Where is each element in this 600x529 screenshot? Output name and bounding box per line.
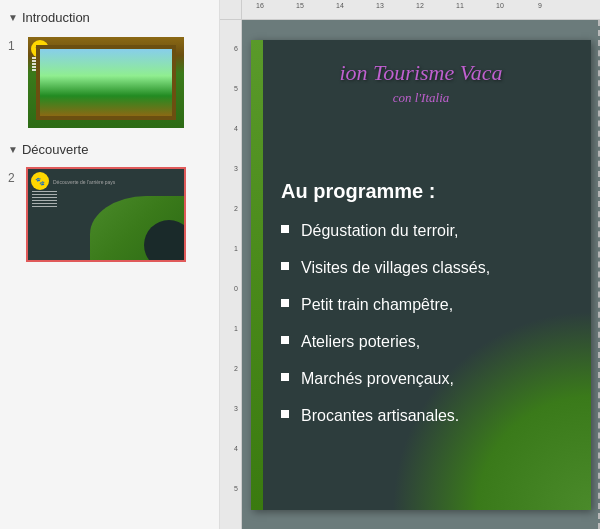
slide-item-2[interactable]: 2 🐾 Découverte de l'arrière pays xyxy=(4,165,215,264)
slide-navigator[interactable]: ▼ Introduction 1 🐾 ▼ Découverte 2 xyxy=(0,0,220,529)
ruler-v-1: 1 xyxy=(234,245,238,252)
section-introduction[interactable]: ▼ Introduction xyxy=(4,8,215,27)
slide-green-bar xyxy=(251,40,263,510)
list-item-5: Marchés provençaux, xyxy=(281,369,571,388)
ruler-corner xyxy=(220,0,242,20)
ruler-h-label-10: 10 xyxy=(496,2,504,9)
ruler-v-3: 3 xyxy=(234,165,238,172)
ruler-h-label-12: 12 xyxy=(416,2,424,9)
slide-number-2: 2 xyxy=(8,171,20,185)
slide-title-line1: ion Tourisme Vaca xyxy=(271,60,571,86)
slide2-text xyxy=(32,191,57,207)
slide-title-area: ion Tourisme Vaca con l'Italia xyxy=(271,60,571,106)
ruler-v-4: 4 xyxy=(234,125,238,132)
bullet-5 xyxy=(281,373,289,381)
ruler-h-label-14: 14 xyxy=(336,2,344,9)
slide-thumbnail-1[interactable]: 🐾 xyxy=(26,35,186,130)
section-decouverte-label: Découverte xyxy=(22,142,88,157)
list-item-3-text: Petit train champêtre, xyxy=(301,295,453,314)
ruler-v-5: 5 xyxy=(234,85,238,92)
programme-list: Dégustation du terroir, Visites de villa… xyxy=(281,221,571,426)
slide-page: ion Tourisme Vaca con l'Italia Au progra… xyxy=(251,40,591,510)
ruler-v-2: 2 xyxy=(234,205,238,212)
vertical-ruler: 6 5 4 3 2 1 0 1 2 3 4 5 xyxy=(220,20,242,529)
ruler-v-n5: 5 xyxy=(234,485,238,492)
slide-canvas[interactable]: ion Tourisme Vaca con l'Italia Au progra… xyxy=(242,20,600,529)
list-item-2: Visites de villages classés, xyxy=(281,258,571,277)
bullet-4 xyxy=(281,336,289,344)
slide-number-1: 1 xyxy=(8,39,20,53)
ruler-v-6: 6 xyxy=(234,45,238,52)
ruler-v-n2: 2 xyxy=(234,365,238,372)
bullet-3 xyxy=(281,299,289,307)
section-decouverte[interactable]: ▼ Découverte xyxy=(4,140,215,159)
ruler-h-label-11: 11 xyxy=(456,2,464,9)
list-item-2-text: Visites de villages classés, xyxy=(301,258,490,277)
programme-heading: Au programme : xyxy=(281,180,571,203)
list-item-6: Brocantes artisanales. xyxy=(281,406,571,425)
ruler-h-label-9: 9 xyxy=(538,2,542,9)
slide-thumbnail-2[interactable]: 🐾 Découverte de l'arrière pays xyxy=(26,167,186,262)
bullet-1 xyxy=(281,225,289,233)
section-arrow-decouverte: ▼ xyxy=(8,144,18,155)
list-item-1: Dégustation du terroir, xyxy=(281,221,571,240)
list-item-5-text: Marchés provençaux, xyxy=(301,369,454,388)
ruler-h-label-13: 13 xyxy=(376,2,384,9)
list-item-3: Petit train champêtre, xyxy=(281,295,571,314)
horizontal-ruler: 16 15 14 13 12 11 10 9 xyxy=(242,0,600,20)
bullet-6 xyxy=(281,410,289,418)
section-arrow-intro: ▼ xyxy=(8,12,18,23)
list-item-4-text: Ateliers poteries, xyxy=(301,332,420,351)
slide-item-1[interactable]: 1 🐾 xyxy=(4,33,215,132)
bullet-2 xyxy=(281,262,289,270)
slide2-logo: 🐾 xyxy=(31,172,49,190)
list-item-4: Ateliers poteries, xyxy=(281,332,571,351)
slide-programme: Au programme : Dégustation du terroir, V… xyxy=(281,180,571,444)
ruler-v-n4: 4 xyxy=(234,445,238,452)
slide-title-line2: con l'Italia xyxy=(271,90,571,106)
list-item-6-text: Brocantes artisanales. xyxy=(301,406,459,425)
ruler-h-label-16: 16 xyxy=(256,2,264,9)
main-area: 6 5 4 3 2 1 0 1 2 3 4 5 xyxy=(220,20,600,529)
slide2-title: Découverte de l'arrière pays xyxy=(53,179,115,185)
ruler-v-0: 0 xyxy=(234,285,238,292)
ruler-v-n3: 3 xyxy=(234,405,238,412)
ruler-v-n1: 1 xyxy=(234,325,238,332)
content-section: 16 15 14 13 12 11 10 9 6 5 4 3 2 1 0 1 2… xyxy=(220,0,600,529)
ruler-h-label-15: 15 xyxy=(296,2,304,9)
slide1-frame xyxy=(36,45,176,120)
section-introduction-label: Introduction xyxy=(22,10,90,25)
list-item-1-text: Dégustation du terroir, xyxy=(301,221,458,240)
